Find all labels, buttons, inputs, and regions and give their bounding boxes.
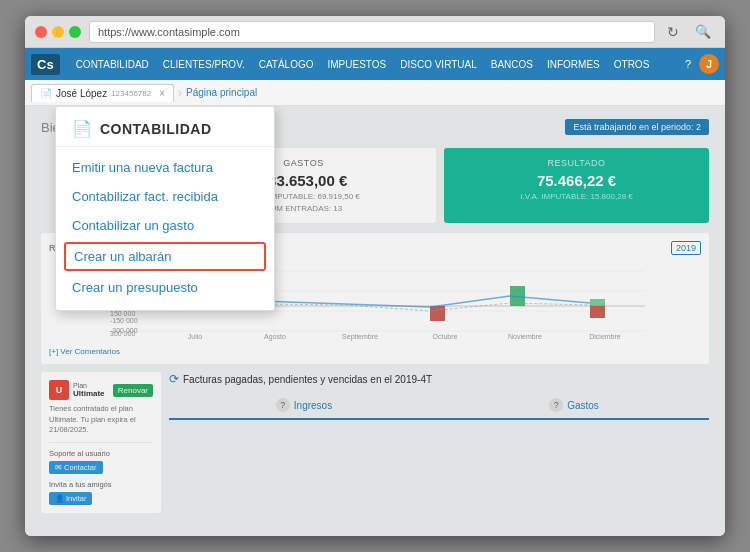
main-content: Bienvenido, José López Está trabajando e… <box>25 106 725 536</box>
dropdown-item-contabilizar-gasto[interactable]: Contabilizar un gasto <box>56 211 274 240</box>
tab-jose-lopez[interactable]: 📄 José López 123456782 × <box>31 84 174 102</box>
user-avatar[interactable]: J <box>699 54 719 74</box>
tab-main-page[interactable]: Página principal <box>186 87 257 98</box>
dropdown-item-contabilizar-fact[interactable]: Contabilizar fact. recibida <box>56 182 274 211</box>
tabs-row: 📄 José López 123456782 × › Página princi… <box>25 80 725 106</box>
nav-informes[interactable]: INFORMES <box>541 55 606 74</box>
dropdown-item-presupuesto[interactable]: Crear un presupuesto <box>56 273 274 302</box>
nav-catalogo[interactable]: CATÁLOGO <box>253 55 320 74</box>
help-button[interactable]: ? <box>679 56 697 72</box>
tab-id: 123456782 <box>111 89 151 98</box>
dropdown-menu: 📄 CONTABILIDAD Emitir una nueva factura … <box>55 106 275 311</box>
dropdown-header: 📄 CONTABILIDAD <box>56 107 274 147</box>
dropdown-header-icon: 📄 <box>72 119 92 138</box>
dropdown-item-emitir[interactable]: Emitir una nueva factura <box>56 153 274 182</box>
traffic-light-red[interactable] <box>35 26 47 38</box>
dropdown-item-albaran[interactable]: Crear un albarán <box>64 242 266 271</box>
nav-impuestos[interactable]: IMPUESTOS <box>322 55 393 74</box>
app-navbar: Cs CONTABILIDAD CLIENTES/PROV. CATÁLOGO … <box>25 48 725 80</box>
nav-bancos[interactable]: BANCOS <box>485 55 539 74</box>
nav-contabilidad[interactable]: CONTABILIDAD <box>70 55 155 74</box>
nav-clientes[interactable]: CLIENTES/PROV. <box>157 55 251 74</box>
tab-label: José López <box>56 88 107 99</box>
search-icon[interactable]: 🔍 <box>691 24 715 39</box>
tab-separator: › <box>178 86 182 100</box>
browser-titlebar: https://www.contasimple.com ↻ 🔍 <box>25 16 725 48</box>
traffic-light-green[interactable] <box>69 26 81 38</box>
traffic-light-yellow[interactable] <box>52 26 64 38</box>
tab-close-button[interactable]: × <box>159 88 165 99</box>
nav-otros[interactable]: OTROS <box>608 55 656 74</box>
traffic-lights <box>35 26 81 38</box>
cs-logo[interactable]: Cs <box>31 54 60 75</box>
address-bar[interactable]: https://www.contasimple.com <box>89 21 655 43</box>
browser-window: https://www.contasimple.com ↻ 🔍 Cs CONTA… <box>25 16 725 536</box>
refresh-icon[interactable]: ↻ <box>663 24 683 40</box>
nav-disco[interactable]: DISCO VIRTUAL <box>394 55 483 74</box>
dropdown-header-text: CONTABILIDAD <box>100 121 212 137</box>
url-text: https://www.contasimple.com <box>98 26 240 38</box>
tab-document-icon: 📄 <box>40 88 52 99</box>
